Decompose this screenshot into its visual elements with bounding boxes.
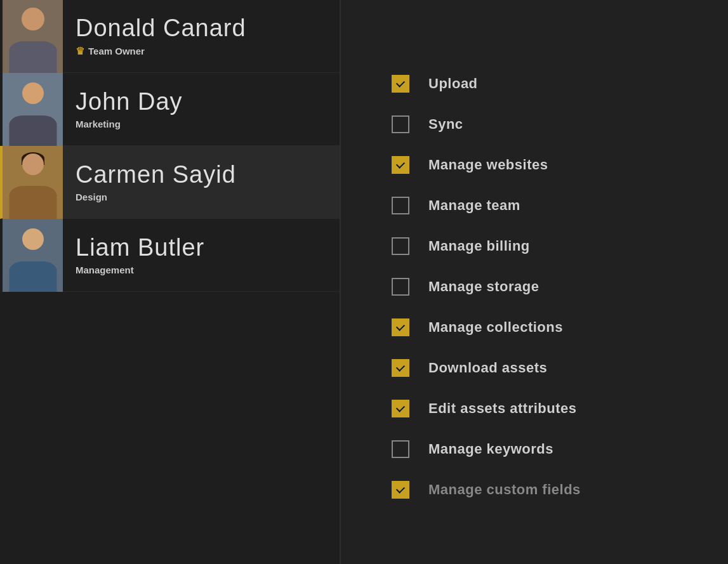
member-name-liam: Liam Butler (76, 235, 204, 261)
member-info-carmen: Carmen Sayid Design (63, 152, 249, 213)
permission-label-manage-custom-fields: Manage custom fields (428, 482, 581, 498)
member-name-john: John Day (76, 89, 183, 115)
permission-label-manage-keywords: Manage keywords (428, 441, 553, 457)
permission-manage-keywords[interactable]: Manage keywords (392, 429, 677, 469)
checkbox-manage-keywords[interactable] (392, 440, 409, 458)
permission-label-manage-billing: Manage billing (428, 238, 530, 254)
avatar-donald (3, 0, 63, 73)
avatar-liam (3, 219, 63, 292)
permission-manage-storage[interactable]: Manage storage (392, 266, 677, 307)
member-info-liam: Liam Butler Management (63, 225, 217, 285)
permission-manage-custom-fields[interactable]: Manage custom fields (392, 469, 677, 510)
member-item-john[interactable]: John Day Marketing (0, 73, 340, 146)
permission-label-manage-team: Manage team (428, 197, 520, 214)
member-name-carmen: Carmen Sayid (76, 162, 236, 188)
checkbox-manage-team[interactable] (392, 197, 409, 214)
member-role-donald: ♛ Team Owner (76, 45, 246, 57)
checkbox-manage-billing[interactable] (392, 237, 409, 255)
permission-label-download-assets: Download assets (428, 360, 547, 376)
permission-download-assets[interactable]: Download assets (392, 348, 677, 388)
avatar-john (3, 73, 63, 146)
checkbox-manage-collections[interactable] (392, 318, 409, 336)
member-role-carmen: Design (76, 192, 236, 202)
checkbox-manage-websites[interactable] (392, 156, 409, 174)
members-panel: Donald Canard ♛ Team Owner John Day Mark… (0, 0, 340, 564)
permission-manage-collections[interactable]: Manage collections (392, 307, 677, 348)
permission-label-sync: Sync (428, 116, 463, 133)
permission-label-manage-websites: Manage websites (428, 157, 548, 173)
permissions-panel: Upload Sync Manage websites Manage team … (341, 0, 728, 564)
checkbox-download-assets[interactable] (392, 359, 409, 377)
permission-sync[interactable]: Sync (392, 104, 677, 145)
permission-label-edit-assets-attributes: Edit assets attributes (428, 400, 577, 417)
permission-label-manage-storage: Manage storage (428, 279, 539, 295)
checkbox-upload[interactable] (392, 75, 409, 93)
permission-label-upload: Upload (428, 75, 478, 92)
member-role-john: Marketing (76, 119, 183, 129)
member-item-carmen[interactable]: Carmen Sayid Design (0, 146, 340, 219)
member-name-donald: Donald Canard (76, 15, 246, 42)
permission-manage-team[interactable]: Manage team (392, 185, 677, 226)
checkbox-manage-storage[interactable] (392, 278, 409, 296)
permission-label-manage-collections: Manage collections (428, 319, 563, 336)
member-info-john: John Day Marketing (63, 79, 195, 140)
permission-upload[interactable]: Upload (392, 63, 677, 104)
permission-edit-assets-attributes[interactable]: Edit assets attributes (392, 388, 677, 429)
permission-manage-websites[interactable]: Manage websites (392, 145, 677, 185)
member-role-liam: Management (76, 265, 204, 275)
checkbox-edit-assets-attributes[interactable] (392, 400, 409, 417)
member-item-donald[interactable]: Donald Canard ♛ Team Owner (0, 0, 340, 73)
checkbox-sync[interactable] (392, 115, 409, 133)
checkbox-manage-custom-fields[interactable] (392, 481, 409, 499)
avatar-carmen (3, 146, 63, 219)
permission-manage-billing[interactable]: Manage billing (392, 226, 677, 266)
crown-icon: ♛ (76, 45, 84, 57)
member-info-donald: Donald Canard ♛ Team Owner (63, 6, 259, 67)
member-item-liam[interactable]: Liam Butler Management (0, 219, 340, 292)
